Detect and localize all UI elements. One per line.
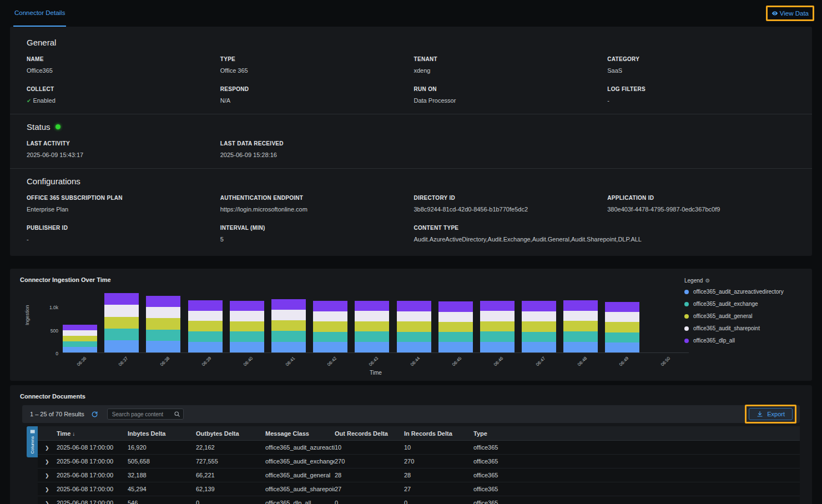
legend-item[interactable]: office365_dlp_all	[684, 337, 802, 344]
row-expander[interactable]: ❯	[38, 444, 57, 451]
export-label: Export	[767, 411, 785, 417]
bar-segment	[146, 296, 180, 307]
bar-segment	[188, 300, 223, 311]
header-out-records-delta[interactable]: Out Records Delta	[335, 430, 404, 437]
field-interval-min-: INTERVAL (MIN)5	[220, 225, 409, 243]
legend-settings-gear-icon[interactable]: ⚙	[705, 278, 710, 284]
header-type[interactable]: Type	[473, 430, 800, 437]
table-cell: 28	[404, 472, 473, 478]
table-row[interactable]: ❯2025-06-08 17:00:0016,92022,162office36…	[38, 441, 800, 455]
header-inbytes-delta[interactable]: Inbytes Delta	[128, 430, 196, 437]
bar-segment	[605, 342, 639, 352]
table-cell: 27	[404, 486, 473, 492]
chart-plot-area: 05001.0k 06:3606:3706:3806:3906:4006:410…	[63, 292, 689, 369]
x-tick-label: 06:50	[647, 354, 689, 369]
y-axis-title: Ingestion	[24, 305, 30, 325]
x-tick-label: 06:38	[146, 354, 188, 369]
field-label: DIRECTORY ID	[414, 195, 602, 201]
table-row[interactable]: ❯2025-06-08 17:00:00505,658727,555office…	[38, 455, 800, 468]
columns-tab[interactable]: Columns	[27, 426, 38, 457]
search-icon	[174, 411, 180, 417]
export-button[interactable]: Export	[749, 408, 793, 420]
bar-segment	[271, 310, 306, 320]
x-tick-text: 06:45	[451, 356, 463, 367]
search-input[interactable]	[107, 409, 184, 420]
bar-segment	[230, 331, 264, 342]
chevron-right-icon: ❯	[45, 459, 49, 465]
bar-segment	[438, 312, 473, 322]
table-cell: 270	[404, 458, 473, 465]
field-type: TYPEOffice 365	[220, 56, 409, 74]
header-outbytes-delta[interactable]: Outbytes Delta	[196, 430, 265, 437]
legend-item[interactable]: office365_audit_general	[684, 313, 802, 319]
bar-segment	[522, 321, 556, 332]
table-row[interactable]: ❯2025-06-08 17:00:005460office365_dlp_al…	[38, 496, 800, 504]
field-value: Audit.AzureActiveDirectory,Audit.Exchang…	[414, 236, 796, 243]
table-cell: 727,555	[196, 458, 265, 465]
bar-segment	[355, 342, 389, 352]
table-row[interactable]: ❯2025-06-08 17:00:0032,18866,221office36…	[38, 468, 800, 482]
bar-segment	[63, 336, 97, 341]
bar-segment	[355, 311, 389, 321]
header-message-class[interactable]: Message Class	[265, 430, 335, 437]
table-cell: 546	[128, 500, 196, 504]
table-cell: office365	[473, 472, 800, 478]
table-row[interactable]: ❯2025-06-08 17:00:0045,29462,139office36…	[38, 482, 800, 496]
table-cell: office365	[473, 458, 800, 465]
field-value: Data Processor	[414, 97, 602, 104]
field-label: CATEGORY	[607, 56, 795, 62]
field-label: RUN ON	[414, 86, 602, 92]
field-value: xdeng	[414, 67, 602, 74]
bar-segment	[355, 321, 389, 332]
field-label: RESPOND	[220, 86, 409, 92]
field-label: APPLICATION ID	[607, 195, 795, 201]
bar-segment	[563, 311, 598, 321]
section-divider	[10, 114, 812, 114]
x-tick-text: 06:40	[243, 356, 254, 367]
field-label: LAST DATA RECEIVED	[220, 140, 409, 147]
legend-item[interactable]: office365_audit_azureactivedirectory	[684, 289, 802, 295]
row-expander[interactable]: ❯	[38, 486, 57, 492]
bar-segment	[146, 330, 180, 341]
tab-connector-details[interactable]: Connector Details	[13, 0, 66, 27]
bar-segment	[397, 321, 431, 332]
field-label: LOG FILTERS	[607, 86, 795, 92]
table-cell: 2025-06-08 17:00:00	[57, 472, 128, 478]
field-value: 2025-06-09 15:28:16	[220, 152, 409, 158]
bar-segment	[104, 293, 139, 305]
field-label: TENANT	[414, 56, 602, 62]
table-cell: 0	[196, 500, 265, 504]
refresh-button[interactable]	[90, 410, 99, 419]
bar-0649	[605, 302, 639, 352]
field-office-365-subscription-plan: OFFICE 365 SUBSCRIPTION PLANEnterprise P…	[27, 195, 215, 213]
field-label: COLLECT	[27, 86, 215, 92]
annotation-highlight-view-data: View Data	[766, 6, 814, 21]
bar-0639	[188, 300, 223, 352]
table-cell: office365	[473, 444, 800, 451]
connector-documents-panel: Connector Documents 1 – 25 of 70 Results…	[10, 385, 812, 504]
bar-segment	[438, 342, 473, 352]
documents-toolbar: 1 – 25 of 70 Results Export	[22, 405, 800, 423]
field-log-filters: LOG FILTERS-	[607, 86, 795, 104]
bar-segment	[397, 332, 431, 342]
field-run-on: RUN ONData Processor	[414, 86, 602, 104]
header-in-records-delta[interactable]: In Records Delta	[404, 430, 473, 437]
legend-item[interactable]: office365_audit_exchange	[684, 301, 802, 307]
header-time[interactable]: Time ↓	[57, 430, 128, 437]
bar-segment	[397, 342, 431, 352]
row-expander[interactable]: ❯	[38, 500, 57, 504]
bar-segment	[397, 301, 431, 311]
row-expander[interactable]: ❯	[38, 458, 57, 465]
row-expander[interactable]: ❯	[38, 472, 57, 478]
bar-segment	[104, 329, 139, 341]
x-tick-label: 06:47	[522, 354, 563, 369]
view-data-button[interactable]: View Data	[771, 10, 809, 17]
legend-item[interactable]: office365_audit_sharepoint	[684, 325, 802, 331]
legend-dot-icon	[684, 326, 689, 331]
table-cell: 10	[404, 444, 473, 451]
x-tick-label: 06:46	[480, 354, 522, 369]
legend-dot-icon	[684, 314, 689, 319]
bar-segment	[230, 301, 264, 311]
field-value: Office365	[27, 67, 215, 74]
search-box	[107, 409, 184, 420]
